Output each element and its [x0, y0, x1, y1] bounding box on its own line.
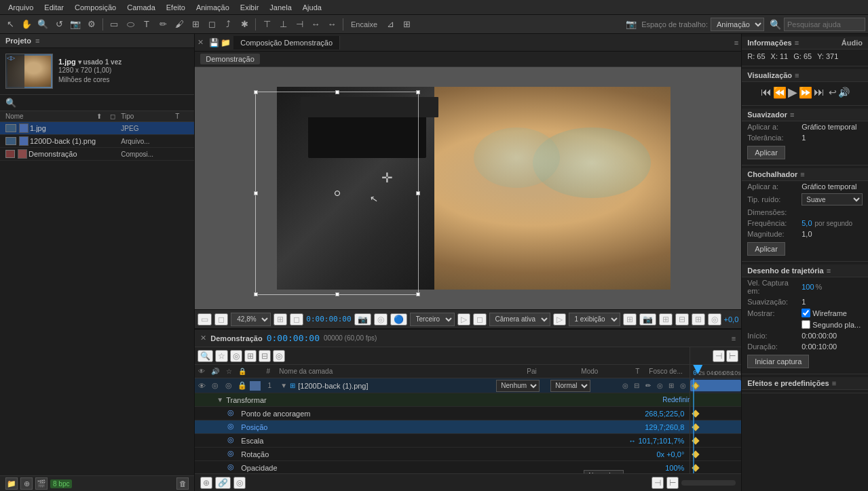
layer1-parent-select[interactable]: Nenhum — [496, 380, 540, 392]
menu-janela[interactable]: Janela — [264, 2, 297, 13]
timeline-menu-icon[interactable]: ≡ — [732, 334, 736, 342]
layer1-switch5[interactable]: ◎ — [677, 380, 688, 391]
ctrl-render-btn[interactable]: ⊞ — [659, 313, 673, 326]
desenho-menu-icon[interactable]: ≡ — [827, 267, 831, 275]
ctrl-view-btn[interactable]: ▷ — [457, 313, 470, 326]
project-panel-menu-icon[interactable]: ≡ — [35, 37, 39, 45]
tl-bottom-play[interactable]: ◎ — [233, 477, 246, 489]
tl-solo-btn[interactable]: ☆ — [215, 350, 228, 362]
tool-align1[interactable]: ⊤ — [259, 17, 274, 32]
tl-layer-1[interactable]: 👁 ◎ ◎ 🔒 1 ▼ ⊞ [1200D-back (1).png] — [195, 378, 690, 393]
comp-tab-menu-icon[interactable]: ≡ — [732, 39, 741, 47]
layer1-switch1[interactable]: ◎ — [620, 380, 630, 391]
step-back-btn[interactable]: ⏪ — [773, 86, 787, 99]
tool-eraser[interactable]: ◻ — [204, 17, 219, 32]
new-solid-btn[interactable]: 🎬 — [35, 477, 48, 490]
tool-snap2[interactable]: ⊞ — [399, 17, 414, 32]
desenho-vel-value[interactable]: 100 — [801, 283, 814, 291]
tool-roto[interactable]: ⤴ — [221, 17, 235, 32]
layer1-mode-select[interactable]: Normal — [550, 380, 590, 392]
zoom-dropdown[interactable]: 42,8% — [231, 313, 271, 326]
menu-camada[interactable]: Camada — [121, 2, 161, 13]
tool-camera[interactable]: 📷 — [68, 17, 83, 32]
tool-gear[interactable]: ⚙ — [84, 17, 99, 32]
choch-apply-btn[interactable]: Aplicar — [747, 242, 785, 256]
tl-nav-start[interactable]: ⊣ — [713, 350, 725, 362]
ctrl-preview-btn[interactable]: ▭ — [197, 313, 212, 326]
ctrl-color-btn[interactable]: 🔵 — [390, 313, 407, 326]
wireframe-checkbox[interactable] — [801, 309, 810, 317]
timeline-close-icon[interactable]: ✕ — [200, 334, 206, 342]
step-fwd-btn[interactable]: ⏩ — [799, 86, 812, 99]
tool-pen[interactable]: ✏ — [155, 17, 170, 32]
menu-ajuda[interactable]: Ajuda — [297, 2, 327, 13]
tl-zoom-slider[interactable] — [681, 480, 736, 486]
tl-hide-btn[interactable]: ◎ — [230, 350, 242, 362]
prop-rot-value[interactable]: 0x +0,0° — [657, 450, 685, 458]
layer1-solo[interactable]: ◎ — [222, 381, 235, 390]
menu-exibir[interactable]: Exibir — [235, 2, 265, 13]
audio-tab-label[interactable]: Áudio — [842, 39, 863, 47]
tool-clone[interactable]: ⊞ — [188, 17, 203, 32]
ctrl-fit-btn[interactable]: ⊞ — [273, 313, 287, 326]
prop-scale-value[interactable]: ↔ 101,7;101,7% — [628, 437, 684, 445]
project-item-png[interactable]: 1200D-back (1).png Arquivo... — [0, 135, 194, 148]
tool-ellipse[interactable]: ⬭ — [123, 17, 138, 32]
tool-brush[interactable]: 🖌 — [172, 17, 187, 32]
tool-zoom[interactable]: 🔍 — [35, 17, 50, 32]
ctrl-cam-btn[interactable]: ▷ — [553, 313, 566, 326]
layer1-switch4[interactable]: ⊞ — [666, 380, 677, 391]
tl-goto-start[interactable]: ⊣ — [652, 477, 664, 489]
ctrl-exp-btn[interactable]: ⊞ — [623, 313, 637, 326]
skip-to-end-btn[interactable]: ⏭ — [814, 86, 825, 98]
choch-freq-value[interactable]: 5,0 — [801, 219, 812, 227]
chochalhador-menu-icon[interactable]: ≡ — [800, 170, 804, 178]
transform-expand[interactable]: ▼ — [216, 396, 223, 404]
workspace-select[interactable]: Animação — [711, 18, 764, 31]
ctrl-3d-btn[interactable]: ⊞ — [692, 313, 705, 326]
prop-op-value[interactable]: 100% — [665, 464, 684, 472]
tl-bottom-add[interactable]: ⊕ — [200, 477, 212, 489]
menu-composicao[interactable]: Composição — [69, 2, 121, 13]
ctrl-mask-btn[interactable]: ◻ — [473, 313, 487, 326]
skip-to-start-btn[interactable]: ⏮ — [761, 86, 772, 98]
tl-search-btn[interactable]: 🔍 — [197, 350, 213, 362]
segundo-checkbox[interactable] — [801, 320, 810, 329]
tool-puppet[interactable]: ✱ — [237, 17, 252, 32]
tool-align4[interactable]: ↔ — [308, 17, 323, 32]
tool-align3[interactable]: ⊣ — [292, 17, 307, 32]
track-rot-kf[interactable] — [692, 450, 700, 458]
layer1-audio[interactable]: ◎ — [208, 381, 222, 390]
help-search-input[interactable] — [784, 18, 865, 31]
tool-pen-text[interactable]: T — [139, 17, 154, 32]
tool-rotate[interactable]: ↺ — [52, 17, 67, 32]
desenho-suav-value[interactable]: 1 — [801, 298, 863, 306]
ctrl-pixel-btn[interactable]: ◻ — [290, 313, 303, 326]
ctrl-motion-btn[interactable]: ◎ — [374, 313, 388, 326]
ctrl-display-btn[interactable]: ⊟ — [675, 313, 689, 326]
menu-animacao[interactable]: Animação — [191, 2, 235, 13]
tool-arrow[interactable]: ↖ — [3, 17, 18, 32]
layer1-visibility[interactable]: 👁 — [195, 382, 208, 390]
tool-align5[interactable]: ↔ — [324, 17, 339, 32]
tool-snap1[interactable]: ⊿ — [383, 17, 398, 32]
tl-motion-btn[interactable]: ◎ — [273, 350, 285, 362]
tl-nav-end[interactable]: ⊢ — [726, 350, 738, 362]
layer1-switch3[interactable]: ◎ — [654, 380, 665, 391]
menu-efeito[interactable]: Efeito — [161, 2, 191, 13]
tool-rect[interactable]: ▭ — [107, 17, 121, 32]
comp-tab-demonstracao[interactable]: Composição Demonstração — [233, 36, 340, 50]
tool-align2[interactable]: ⊥ — [276, 17, 290, 32]
audio-toggle-btn[interactable]: 🔊 — [838, 87, 850, 98]
info-menu-icon[interactable]: ≡ — [795, 39, 799, 47]
transform-reset[interactable]: Redefinir — [662, 396, 690, 404]
menu-editar[interactable]: Editar — [39, 2, 69, 13]
comp-close-icon[interactable]: ✕ — [195, 38, 206, 47]
new-folder-btn[interactable]: 📁 — [5, 477, 18, 490]
menu-arquivo[interactable]: Arquivo — [3, 2, 39, 13]
view-mode-dropdown[interactable]: Terceiro — [410, 313, 455, 326]
play-btn[interactable]: ▶ — [788, 85, 797, 100]
encaixe-btn[interactable]: Encaixe — [347, 17, 381, 32]
loop-btn[interactable]: ↩ — [829, 87, 837, 98]
choch-tip-select[interactable]: Suave — [801, 193, 863, 205]
